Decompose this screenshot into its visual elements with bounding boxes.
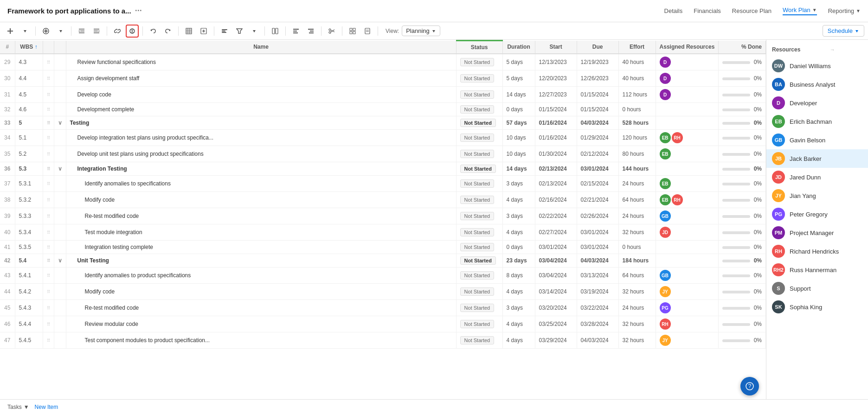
table-row[interactable]: 37 5.3.1 ⠿ Identify anomalies to specifi…	[0, 176, 766, 192]
row-drag-handle[interactable]: ⠿	[43, 176, 54, 192]
task-btn[interactable]	[197, 25, 210, 38]
row-drag-handle[interactable]: ⠿	[43, 224, 54, 241]
resource-item-daniel-williams[interactable]: DW Daniel Williams	[766, 57, 868, 75]
dropdown-arrow[interactable]	[19, 25, 32, 38]
redo-btn[interactable]	[161, 25, 174, 38]
row-drag-handle[interactable]: ⠿	[43, 192, 54, 208]
filter-btn[interactable]	[233, 25, 246, 38]
row-drag-handle[interactable]: ⠿	[43, 316, 54, 332]
row-expand[interactable]	[54, 241, 66, 254]
row-drag-handle[interactable]: ⠿	[43, 70, 54, 87]
row-expand[interactable]	[54, 300, 66, 316]
row-expand[interactable]	[54, 332, 66, 349]
align-left-btn[interactable]	[289, 25, 302, 38]
columns-btn[interactable]	[269, 25, 282, 38]
row-drag-handle[interactable]: ⠿	[43, 284, 54, 300]
resource-item-support[interactable]: S Support	[766, 279, 868, 298]
resource-item-sophia-king[interactable]: SK Sophia King	[766, 298, 868, 316]
title-more-icon[interactable]: ···	[135, 6, 142, 16]
row-drag-handle[interactable]: ⠿	[43, 54, 54, 70]
undo-btn[interactable]	[147, 25, 160, 38]
filter-caret[interactable]	[248, 25, 261, 38]
row-drag-handle[interactable]: ⠿	[43, 254, 54, 268]
nav-reporting[interactable]: Reporting ▼	[828, 7, 861, 14]
row-drag-handle[interactable]: ⠿	[43, 268, 54, 284]
row-expand[interactable]	[54, 70, 66, 87]
add-plus-btn[interactable]	[39, 25, 52, 38]
row-expand[interactable]	[54, 192, 66, 208]
table-row[interactable]: 39 5.3.3 ⠿ Re-test modified code Not Sta…	[0, 208, 766, 224]
table-row[interactable]: 45 5.4.3 ⠿ Re-test modified code Not Sta…	[0, 300, 766, 316]
table-row[interactable]: 36 5.3 ⠿ ∨ Integration Testing Not Start…	[0, 162, 766, 176]
doc-btn[interactable]	[361, 25, 374, 38]
dropdown-arrow2[interactable]	[54, 25, 67, 38]
row-drag-handle[interactable]: ⠿	[43, 130, 54, 146]
row-drag-handle[interactable]: ⠿	[43, 87, 54, 103]
resource-item-developer[interactable]: D Developer	[766, 94, 868, 112]
table-row[interactable]: 43 5.4.1 ⠿ Identify anomalies to product…	[0, 268, 766, 284]
table-row[interactable]: 46 5.4.4 ⠿ Review modular code Not Start…	[0, 316, 766, 332]
nav-details[interactable]: Details	[664, 7, 683, 14]
row-expand[interactable]	[54, 103, 66, 116]
resource-item-jared-dunn[interactable]: JD Jared Dunn	[766, 168, 868, 186]
row-expand[interactable]: ∨	[54, 254, 66, 268]
indent-left-btn[interactable]	[90, 25, 103, 38]
row-expand[interactable]	[54, 284, 66, 300]
row-drag-handle[interactable]: ⠿	[43, 162, 54, 176]
row-expand[interactable]	[54, 208, 66, 224]
row-expand[interactable]	[54, 176, 66, 192]
align-right-btn[interactable]	[304, 25, 317, 38]
table-row[interactable]: 47 5.4.5 ⠿ Test component modules to pro…	[0, 332, 766, 349]
table-row[interactable]: 35 5.2 ⠿ Develop unit test plans using p…	[0, 146, 766, 162]
link-btn[interactable]	[111, 25, 124, 38]
nav-work-plan[interactable]: Work Plan ▼	[783, 6, 817, 15]
table-row[interactable]: 29 4.3 ⠿ Review functional specification…	[0, 54, 766, 70]
table-row[interactable]: 44 5.4.2 ⠿ Modify code Not Started 4 day…	[0, 284, 766, 300]
row-expand[interactable]	[54, 87, 66, 103]
highlighted-btn[interactable]	[126, 25, 139, 38]
table-row[interactable]: 40 5.3.4 ⠿ Test module integration Not S…	[0, 224, 766, 241]
row-drag-handle[interactable]: ⠿	[43, 332, 54, 349]
row-drag-handle[interactable]: ⠿	[43, 116, 54, 130]
table-row[interactable]: 32 4.6 ⠿ Development complete Not Starte…	[0, 103, 766, 116]
row-drag-handle[interactable]: ⠿	[43, 300, 54, 316]
row-expand[interactable]	[54, 130, 66, 146]
new-item-btn[interactable]: New Item	[35, 404, 58, 410]
nav-resource-plan[interactable]: Resource Plan	[732, 7, 772, 14]
resource-item-peter-gregory[interactable]: PG Peter Gregory	[766, 205, 868, 223]
row-expand[interactable]: ∨	[54, 116, 66, 130]
schedule-btn[interactable]: Schedule	[823, 25, 864, 37]
table-row[interactable]: 30 4.4 ⠿ Assign development staff Not St…	[0, 70, 766, 87]
row-expand[interactable]	[54, 224, 66, 241]
table-row[interactable]: 41 5.3.5 ⠿ Integration testing complete …	[0, 241, 766, 254]
row-drag-handle[interactable]: ⠿	[43, 146, 54, 162]
row-drag-handle[interactable]: ⠿	[43, 208, 54, 224]
resource-item-business-analyst[interactable]: BA Business Analyst	[766, 75, 868, 94]
view-dropdown[interactable]: Planning	[402, 25, 440, 36]
resource-item-jack-barker[interactable]: JB Jack Barker	[766, 149, 868, 168]
table-row[interactable]: 42 5.4 ⠿ ∨ Unit Testing Not Started 23 d…	[0, 254, 766, 268]
resource-item-russ-hannerman[interactable]: RH2 Russ Hannerman	[766, 261, 868, 279]
tasks-btn[interactable]: Tasks ▼	[7, 404, 29, 410]
table-row[interactable]: 34 5.1 ⠿ Develop integration test plans …	[0, 130, 766, 146]
grid-btn[interactable]	[346, 25, 359, 38]
row-expand[interactable]	[54, 268, 66, 284]
row-drag-handle[interactable]: ⠿	[43, 103, 54, 116]
row-expand[interactable]	[54, 54, 66, 70]
row-expand[interactable]: ∨	[54, 162, 66, 176]
nav-financials[interactable]: Financials	[694, 7, 721, 14]
row-drag-handle[interactable]: ⠿	[43, 241, 54, 254]
resource-item-richard-hendricks[interactable]: RH Richard Hendricks	[766, 242, 868, 261]
resource-item-erlich-bachman[interactable]: EB Erlich Bachman	[766, 112, 868, 131]
indent-right-btn[interactable]	[75, 25, 88, 38]
table-btn[interactable]	[182, 25, 195, 38]
scissors-btn[interactable]	[325, 25, 338, 38]
resource-item-jian-yang[interactable]: JY Jian Yang	[766, 186, 868, 205]
table-area[interactable]: # WBS ↑ Name Status Duration Start Due E…	[0, 40, 766, 399]
row-expand[interactable]	[54, 146, 66, 162]
resource-item-project-manager[interactable]: PM Project Manager	[766, 223, 868, 242]
resource-item-gavin-belson[interactable]: GB Gavin Belson	[766, 131, 868, 149]
row-expand[interactable]	[54, 316, 66, 332]
fab-button[interactable]: ?	[740, 377, 759, 395]
table-row[interactable]: 38 5.3.2 ⠿ Modify code Not Started 4 day…	[0, 192, 766, 208]
